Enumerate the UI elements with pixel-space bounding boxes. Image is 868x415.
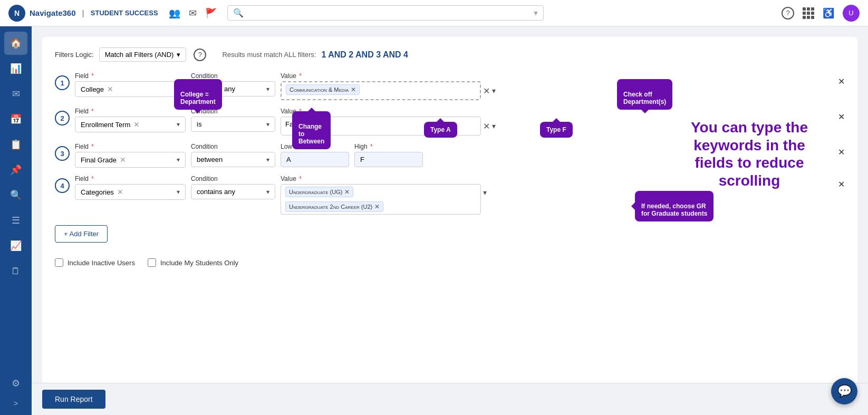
filter-1-value-container[interactable]: Communication & Media ✕ xyxy=(281,81,481,100)
filter-3-condition-label: Condition xyxy=(191,143,275,150)
filter-3-field-value: Final Grade xyxy=(81,156,117,164)
sidebar-item-analytics[interactable]: 📈 xyxy=(4,234,27,257)
filter-4-condition-chevron[interactable]: ▾ xyxy=(266,188,269,196)
filter-2-condition-chevron[interactable]: ▾ xyxy=(266,121,269,128)
filter-2-condition-select[interactable]: is ▾ xyxy=(191,117,275,132)
filter-4-field-clear[interactable]: ✕ xyxy=(117,188,123,196)
left-sidebar: 🏠 📊 ✉ 📅 📋 📌 🔍 ☰ 📈 🗒 ⚙ > xyxy=(0,26,32,415)
filter-4-condition-label: Condition xyxy=(191,175,275,182)
filter-2-delete[interactable]: ✕ xyxy=(838,112,845,122)
sidebar-item-list[interactable]: ☰ xyxy=(4,209,27,232)
filter-number-2: 2 xyxy=(55,111,70,126)
filter-4-field-select[interactable]: Categories ✕ ▾ xyxy=(75,184,186,200)
filter-1-condition-chevron[interactable]: ▾ xyxy=(266,85,269,93)
filter-4-condition-select[interactable]: contains any ▾ xyxy=(191,184,275,199)
apps-grid-icon[interactable] xyxy=(803,7,814,19)
global-search[interactable]: 🔍 ▾ xyxy=(227,5,544,21)
filter-3-field-group: Field * Final Grade ✕ ▾ xyxy=(75,143,186,168)
filter-1-field-group: Field * College ✕ ▾ xyxy=(75,72,186,97)
inactive-users-checkbox-label[interactable]: Include Inactive Users xyxy=(55,258,135,267)
sidebar-bottom: ⚙ > xyxy=(4,372,27,410)
add-filter-button[interactable]: + Add Filter xyxy=(55,225,108,243)
filter-4-tag-2-close[interactable]: ✕ xyxy=(374,203,380,210)
filter-row-1: 1 Field * College ✕ ▾ Condition contain xyxy=(55,72,845,100)
my-students-label: Include My Students Only xyxy=(160,259,238,267)
filter-4-condition-value: contains any xyxy=(197,188,235,196)
filter-4-value-chevron[interactable]: ▾ xyxy=(483,188,487,197)
sidebar-item-settings[interactable]: ⚙ xyxy=(4,372,27,395)
filter-4-value-container[interactable]: Undergraduate (UG) ✕ Undergraduate 2nd C… xyxy=(281,184,481,215)
app-logo: N Navigate360 | STUDENT SUCCESS xyxy=(8,5,158,22)
results-label: Results must match ALL filters: xyxy=(222,51,316,59)
mail-icon[interactable]: ✉ xyxy=(189,7,197,19)
user-avatar[interactable]: U xyxy=(843,5,860,22)
inactive-users-checkbox[interactable] xyxy=(55,258,63,267)
filter-1-condition-label: Condition xyxy=(191,72,275,80)
filter-3-field-chevron[interactable]: ▾ xyxy=(177,156,180,163)
filter-1-value-chevron[interactable]: ▾ xyxy=(492,86,496,95)
filter-4-delete[interactable]: ✕ xyxy=(838,179,845,189)
filter-1-value-group: Value * Communication & Media ✕ ✕ ▾ xyxy=(281,72,496,100)
help-button[interactable]: ? xyxy=(782,7,794,20)
people-icon[interactable]: 👥 xyxy=(169,7,180,19)
filter-4-tag-1-close[interactable]: ✕ xyxy=(344,188,350,196)
filter-2-field-chevron[interactable]: ▾ xyxy=(177,121,180,128)
filter-3-condition-chevron[interactable]: ▾ xyxy=(266,156,269,163)
filter-1-delete[interactable]: ✕ xyxy=(838,76,845,86)
filter-3-delete[interactable]: ✕ xyxy=(838,147,845,157)
sidebar-item-search[interactable]: 🔍 xyxy=(4,184,27,207)
filter-3-high-input[interactable] xyxy=(354,152,423,167)
sidebar-item-home[interactable]: 🏠 xyxy=(4,32,27,55)
filter-3-condition-select[interactable]: between ▾ xyxy=(191,152,275,167)
search-input[interactable] xyxy=(247,9,534,17)
logo-separator: | xyxy=(82,8,84,17)
filters-logic-select[interactable]: Match all Filters (AND) ▾ xyxy=(99,47,187,62)
filter-1-field-clear[interactable]: ✕ xyxy=(107,85,113,93)
filter-2-condition-value: is xyxy=(197,120,201,128)
callout-type-a: Type A xyxy=(424,122,457,138)
sidebar-item-calendar[interactable]: 📅 xyxy=(4,108,27,131)
sidebar-item-messages[interactable]: ✉ xyxy=(4,82,27,105)
filter-3-low-input[interactable] xyxy=(281,152,349,167)
sidebar-item-pin[interactable]: 📌 xyxy=(4,158,27,181)
accessibility-icon[interactable]: ♿ xyxy=(823,7,834,19)
filter-3-condition-group: Condition between ▾ xyxy=(191,143,275,167)
filter-4-value-label: Value * xyxy=(281,175,487,182)
filter-2-value-chevron[interactable]: ▾ xyxy=(492,122,496,130)
my-students-checkbox[interactable] xyxy=(148,258,156,267)
filter-2-clear-all[interactable]: ✕ xyxy=(483,121,490,131)
filter-4-field-chevron[interactable]: ▾ xyxy=(177,188,180,196)
sidebar-toggle[interactable]: > xyxy=(4,397,27,410)
run-report-button[interactable]: Run Report xyxy=(42,390,105,409)
filters-logic-row: Filters Logic: Match all Filters (AND) ▾… xyxy=(55,47,845,62)
sidebar-item-reports[interactable]: 🗒 xyxy=(4,259,27,283)
content-card: Filters Logic: Match all Filters (AND) ▾… xyxy=(42,37,857,395)
flag-icon[interactable]: 🚩 xyxy=(205,7,217,19)
filter-number-4: 4 xyxy=(55,178,70,193)
filter-number-1: 1 xyxy=(55,75,70,90)
callout-type-f: Type F xyxy=(540,122,573,138)
filter-3-field-clear[interactable]: ✕ xyxy=(120,156,126,164)
sidebar-item-documents[interactable]: 📋 xyxy=(4,133,27,156)
app-name: Navigate360 xyxy=(30,8,76,17)
filters-logic-help[interactable]: ? xyxy=(194,49,206,61)
filter-1-clear-all[interactable]: ✕ xyxy=(483,86,490,96)
filter-1-field-select[interactable]: College ✕ ▾ xyxy=(75,81,186,97)
my-students-checkbox-label[interactable]: Include My Students Only xyxy=(148,258,238,267)
filter-4-field-group: Field * Categories ✕ ▾ xyxy=(75,175,186,200)
logic-select-value: Match all Filters (AND) xyxy=(105,51,174,59)
right-tip-text: You can type the keywords in the fields … xyxy=(673,119,826,189)
filter-1-field-label: Field * xyxy=(75,72,186,80)
sidebar-item-chart[interactable]: 📊 xyxy=(4,57,27,80)
add-filter-label: + Add Filter xyxy=(64,230,99,238)
filter-2-field-select[interactable]: Enrollment Term ✕ ▾ xyxy=(75,117,186,132)
checkbox-row: Include Inactive Users Include My Studen… xyxy=(55,258,845,267)
filter-4-tag-1: Undergraduate (UG) ✕ xyxy=(285,187,353,197)
filter-2-field-clear[interactable]: ✕ xyxy=(133,120,140,129)
chat-bubble-button[interactable]: 💬 xyxy=(831,378,857,404)
filter-3-field-select[interactable]: Final Grade ✕ ▾ xyxy=(75,152,186,168)
filter-3-field-label: Field * xyxy=(75,143,186,150)
filter-1-tag-1-close[interactable]: ✕ xyxy=(351,86,356,93)
filters-logic-label: Filters Logic: xyxy=(55,51,94,59)
callout-change-between: Change to Between xyxy=(292,111,331,149)
